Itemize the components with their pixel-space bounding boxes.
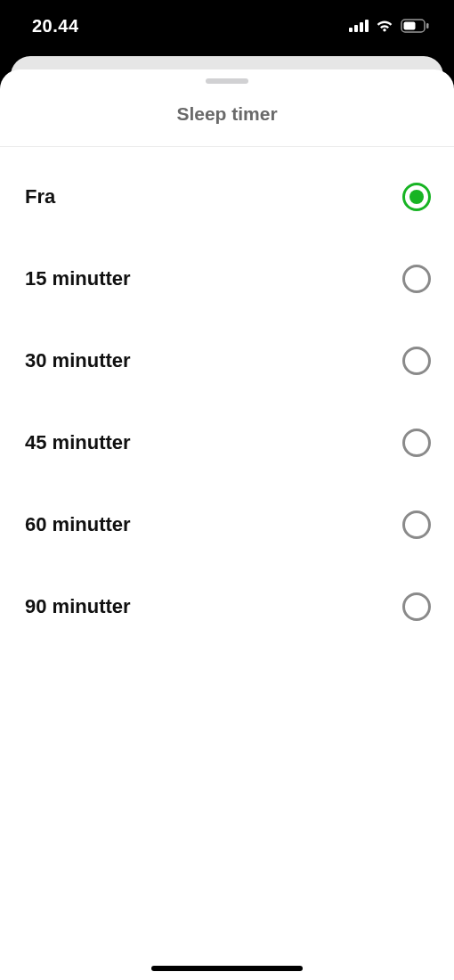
status-time: 20.44	[32, 16, 79, 37]
option-off[interactable]: Fra	[0, 156, 454, 238]
status-bar: 20.44	[0, 0, 454, 52]
svg-rect-1	[404, 22, 416, 30]
option-label: 60 minutter	[25, 513, 131, 536]
radio-unselected-icon	[402, 429, 431, 457]
radio-selected-icon	[402, 183, 431, 211]
option-label: 30 minutter	[25, 349, 131, 372]
sheet-title: Sleep timer	[0, 103, 454, 125]
status-icons	[349, 19, 429, 33]
option-60-min[interactable]: 60 minutter	[0, 484, 454, 566]
cellular-icon	[349, 20, 369, 32]
home-indicator[interactable]	[151, 966, 303, 971]
radio-unselected-icon	[402, 347, 431, 375]
option-label: Fra	[25, 185, 55, 208]
radio-unselected-icon	[402, 510, 431, 539]
sleep-timer-sheet: Sleep timer Fra 15 minutter 30 minutter …	[0, 69, 454, 980]
sheet-grabber[interactable]	[206, 78, 248, 84]
svg-rect-2	[426, 23, 429, 29]
option-label: 15 minutter	[25, 267, 131, 290]
option-90-min[interactable]: 90 minutter	[0, 566, 454, 648]
option-30-min[interactable]: 30 minutter	[0, 320, 454, 402]
option-15-min[interactable]: 15 minutter	[0, 238, 454, 320]
option-label: 90 minutter	[25, 595, 131, 618]
options-list: Fra 15 minutter 30 minutter 45 minutter …	[0, 147, 454, 648]
option-label: 45 minutter	[25, 431, 131, 454]
battery-icon	[401, 19, 429, 33]
wifi-icon	[375, 19, 394, 33]
radio-unselected-icon	[402, 265, 431, 293]
radio-unselected-icon	[402, 592, 431, 621]
option-45-min[interactable]: 45 minutter	[0, 402, 454, 484]
